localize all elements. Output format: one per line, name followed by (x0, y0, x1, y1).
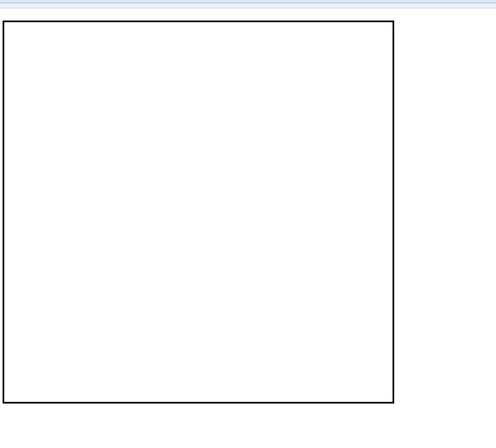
content-area (0, 9, 496, 26)
empty-panel (3, 21, 394, 404)
